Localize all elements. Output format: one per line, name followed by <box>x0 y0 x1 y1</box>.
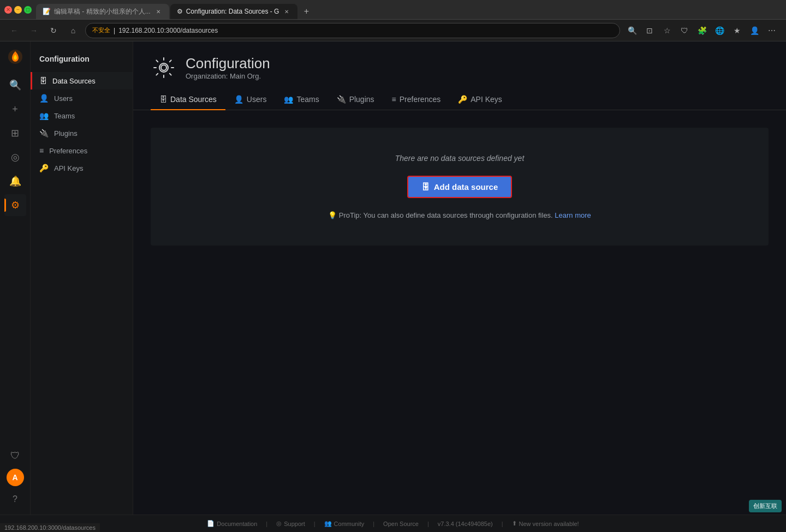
status-bar: 192.168.200.10:3000/datasources <box>0 523 100 532</box>
footer: 📄 Documentation | ◎ Support | 👥 Communit… <box>0 515 786 532</box>
cast-btn[interactable]: ⊡ <box>642 23 657 38</box>
extensions-btn[interactable]: 🧩 <box>694 23 710 38</box>
api-keys-icon: 🔑 <box>39 164 49 172</box>
config-title-block: Configuration Organization: Main Org. <box>186 55 270 80</box>
tab-teams-icon: 👥 <box>284 95 293 104</box>
learn-more-link[interactable]: Learn more <box>555 211 591 219</box>
tab-plugins-label: Plugins <box>349 95 374 104</box>
tab-teams[interactable]: 👥 Teams <box>275 89 327 110</box>
new-version-icon: ⬆ <box>512 520 517 527</box>
tab-close-1[interactable]: ✕ <box>154 7 163 16</box>
plugins-icon: 🔌 <box>39 129 49 138</box>
config-subtitle: Organization: Main Org. <box>186 72 270 80</box>
close-window-btn[interactable]: ✕ <box>4 6 12 14</box>
sidebar-item-search[interactable]: 🔍 <box>4 74 26 96</box>
maximize-window-btn[interactable]: □ <box>24 6 32 14</box>
new-tab-button[interactable]: + <box>299 4 314 19</box>
sidebar-item-alerts[interactable]: 🔔 <box>4 170 26 192</box>
favorites-btn[interactable]: ★ <box>729 23 745 38</box>
footer-documentation[interactable]: 📄 Documentation <box>207 520 257 527</box>
tab-preferences-label: Preferences <box>400 95 440 104</box>
add-datasource-label: Add data source <box>434 182 498 192</box>
open-source-label: Open Source <box>383 521 419 527</box>
tab-plugins-icon: 🔌 <box>337 95 346 104</box>
tab-favicon-2: ⚙ <box>177 8 183 15</box>
menu-btn[interactable]: ⋯ <box>764 23 779 38</box>
sidebar-item-dashboards[interactable]: ⊞ <box>4 122 26 144</box>
version-label: v7.3.4 (14c494085e) <box>438 521 493 527</box>
back-button[interactable]: ← <box>7 23 22 38</box>
address-text: 192.168.200.10:3000/datasources <box>118 27 218 34</box>
tab-label-2: Configuration: Data Sources - G <box>186 8 279 15</box>
new-version-label: New version available! <box>519 521 579 527</box>
home-button[interactable]: ⌂ <box>66 23 81 38</box>
minimize-window-btn[interactable]: − <box>14 6 22 14</box>
sidebar-help-btn[interactable]: ? <box>4 488 26 510</box>
users-icon: 👤 <box>39 94 49 103</box>
footer-support[interactable]: ◎ Support <box>276 520 305 527</box>
tab-favicon-1: 📝 <box>43 8 51 15</box>
teams-icon: 👥 <box>39 111 49 120</box>
community-label: Community <box>334 521 365 527</box>
browser-tab-1[interactable]: 📝 编辑草稿 - 精致的小组亲的个人... ✕ <box>36 4 169 19</box>
shield-btn[interactable]: 🛡 <box>677 23 692 38</box>
config-tabs: 🗄 Data Sources 👤 Users 👥 Teams 🔌 Plugins… <box>133 89 786 110</box>
tab-teams-label: Teams <box>296 95 319 104</box>
app-layout: 🔍 + ⊞ ◎ 🔔 ⚙ 🛡 A ? Configuration 🗄 Data S… <box>0 41 786 515</box>
tab-users-label: Users <box>247 95 267 104</box>
tab-data-sources[interactable]: 🗄 Data Sources <box>151 89 225 110</box>
browser-tabs: 📝 编辑草稿 - 精致的小组亲的个人... ✕ ⚙ Configuration:… <box>36 0 782 19</box>
empty-state-message: There are no data sources defined yet <box>395 154 525 163</box>
sub-sidebar-item-api-keys[interactable]: 🔑 API Keys <box>31 159 133 177</box>
sub-sidebar-item-preferences[interactable]: ≡ Preferences <box>31 142 133 159</box>
sidebar-item-shield[interactable]: 🛡 <box>4 445 26 467</box>
app-logo[interactable] <box>4 46 26 68</box>
footer-divider-1: | <box>266 521 267 527</box>
sub-sidebar-item-plugins[interactable]: 🔌 Plugins <box>31 124 133 142</box>
search-action-btn[interactable]: 🔍 <box>624 23 640 38</box>
sidebar-avatar[interactable]: A <box>7 469 24 486</box>
preferences-icon: ≡ <box>39 146 44 155</box>
footer-open-source[interactable]: Open Source <box>383 521 419 527</box>
sidebar: 🔍 + ⊞ ◎ 🔔 ⚙ 🛡 A ? <box>0 41 31 515</box>
footer-divider-5: | <box>502 521 503 527</box>
bookmark-btn[interactable]: ☆ <box>659 23 675 38</box>
empty-state: There are no data sources defined yet 🗄 … <box>151 128 769 246</box>
reload-button[interactable]: ↻ <box>46 23 61 38</box>
sub-sidebar-item-users[interactable]: 👤 Users <box>31 89 133 107</box>
sidebar-item-configuration[interactable]: ⚙ <box>4 194 26 216</box>
tab-api-keys[interactable]: 🔑 API Keys <box>449 89 511 110</box>
globe-btn[interactable]: 🌐 <box>712 23 727 38</box>
svg-point-1 <box>161 65 166 70</box>
tab-api-keys-label: API Keys <box>471 95 502 104</box>
tab-users[interactable]: 👤 Users <box>225 89 276 110</box>
sub-sidebar-item-data-sources[interactable]: 🗄 Data Sources <box>31 72 133 89</box>
tab-close-2[interactable]: ✕ <box>282 7 291 16</box>
browser-tab-2[interactable]: ⚙ Configuration: Data Sources - G ✕ <box>170 4 298 19</box>
tab-preferences-icon: ≡ <box>392 95 396 104</box>
sub-sidebar-title: Configuration <box>31 50 133 72</box>
tab-plugins[interactable]: 🔌 Plugins <box>328 89 383 110</box>
tab-api-keys-icon: 🔑 <box>458 95 467 104</box>
watermark: 创新互联 <box>749 500 782 512</box>
tab-users-icon: 👤 <box>234 95 243 104</box>
address-input[interactable]: 不安全 | 192.168.200.10:3000/datasources <box>85 23 620 38</box>
sub-sidebar-item-teams[interactable]: 👥 Teams <box>31 107 133 124</box>
footer-new-version[interactable]: ⬆ New version available! <box>512 520 579 527</box>
sidebar-item-create[interactable]: + <box>4 98 26 120</box>
profile-btn[interactable]: 👤 <box>747 23 762 38</box>
support-icon: ◎ <box>276 520 282 527</box>
community-icon: 👥 <box>324 520 332 527</box>
config-header: Configuration Organization: Main Org. <box>133 41 786 81</box>
sidebar-bottom: 🛡 A ? <box>4 445 26 510</box>
address-bar-row: ← → ↻ ⌂ 不安全 | 192.168.200.10:3000/dataso… <box>0 20 786 41</box>
footer-community[interactable]: 👥 Community <box>324 520 365 527</box>
footer-divider-2: | <box>314 521 315 527</box>
add-data-source-button[interactable]: 🗄 Add data source <box>407 176 513 198</box>
forward-button[interactable]: → <box>26 23 41 38</box>
sidebar-item-compass[interactable]: ◎ <box>4 146 26 168</box>
data-sources-icon: 🗄 <box>39 76 47 85</box>
content-area: There are no data sources defined yet 🗄 … <box>133 110 786 263</box>
tab-preferences[interactable]: ≡ Preferences <box>383 89 450 110</box>
status-bar-url: 192.168.200.10:3000/datasources <box>4 524 96 531</box>
